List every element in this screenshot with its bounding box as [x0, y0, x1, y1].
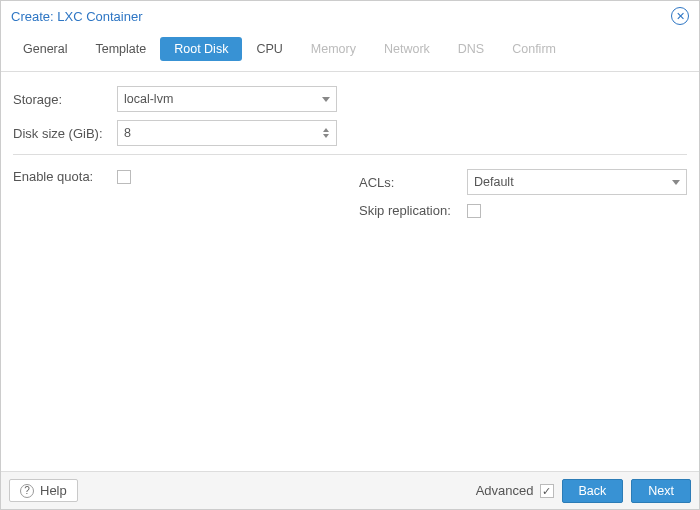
- acls-dropdown-trigger[interactable]: [665, 169, 687, 195]
- chevron-down-icon: [672, 180, 680, 185]
- back-button[interactable]: Back: [562, 479, 624, 503]
- tab-general[interactable]: General: [9, 37, 81, 61]
- separator: [13, 154, 687, 155]
- col-right: ACLs: Skip replication:: [359, 169, 687, 226]
- tab-bar: General Template Root Disk CPU Memory Ne…: [1, 31, 699, 72]
- row-quota: Enable quota:: [13, 169, 319, 184]
- tab-root-disk[interactable]: Root Disk: [160, 37, 242, 61]
- advanced-label: Advanced: [476, 483, 534, 498]
- tab-network: Network: [370, 37, 444, 61]
- label-acls: ACLs:: [359, 175, 467, 190]
- col-left: Enable quota:: [13, 169, 319, 226]
- acls-combo[interactable]: [467, 169, 687, 195]
- label-storage: Storage:: [13, 92, 117, 107]
- help-button[interactable]: ? Help: [9, 479, 78, 502]
- acls-input[interactable]: [467, 169, 687, 195]
- advanced-checkbox[interactable]: [540, 484, 554, 498]
- tab-confirm: Confirm: [498, 37, 570, 61]
- label-quota: Enable quota:: [13, 169, 117, 184]
- advanced-grid: Enable quota: ACLs: Skip replication:: [13, 169, 687, 226]
- disksize-spinner-buttons[interactable]: [315, 120, 337, 146]
- row-acls: ACLs:: [359, 169, 687, 195]
- label-skiprep: Skip replication:: [359, 203, 467, 218]
- help-icon: ?: [20, 484, 34, 498]
- tab-template[interactable]: Template: [81, 37, 160, 61]
- label-disksize: Disk size (GiB):: [13, 126, 117, 141]
- disksize-spinner[interactable]: [117, 120, 337, 146]
- chevron-down-icon: [323, 134, 329, 138]
- tab-cpu[interactable]: CPU: [242, 37, 296, 61]
- dialog-create-container: Create: LXC Container ✕ General Template…: [0, 0, 700, 510]
- close-button[interactable]: ✕: [671, 7, 689, 25]
- disksize-input[interactable]: [117, 120, 337, 146]
- storage-input[interactable]: [117, 86, 337, 112]
- footer: ? Help Advanced Back Next: [1, 471, 699, 509]
- tab-memory: Memory: [297, 37, 370, 61]
- next-button[interactable]: Next: [631, 479, 691, 503]
- tab-dns: DNS: [444, 37, 498, 61]
- storage-dropdown-trigger[interactable]: [315, 86, 337, 112]
- skiprep-checkbox[interactable]: [467, 204, 481, 218]
- dialog-title: Create: LXC Container: [11, 9, 143, 24]
- row-storage: Storage:: [13, 86, 687, 112]
- storage-combo[interactable]: [117, 86, 337, 112]
- help-label: Help: [40, 483, 67, 498]
- chevron-down-icon: [322, 97, 330, 102]
- row-skiprep: Skip replication:: [359, 203, 687, 218]
- row-disksize: Disk size (GiB):: [13, 120, 687, 146]
- quota-checkbox[interactable]: [117, 170, 131, 184]
- close-icon: ✕: [676, 11, 685, 22]
- form-body: Storage: Disk size (GiB):: [1, 72, 699, 471]
- chevron-up-icon: [323, 128, 329, 132]
- advanced-toggle[interactable]: Advanced: [476, 483, 554, 498]
- titlebar: Create: LXC Container ✕: [1, 1, 699, 31]
